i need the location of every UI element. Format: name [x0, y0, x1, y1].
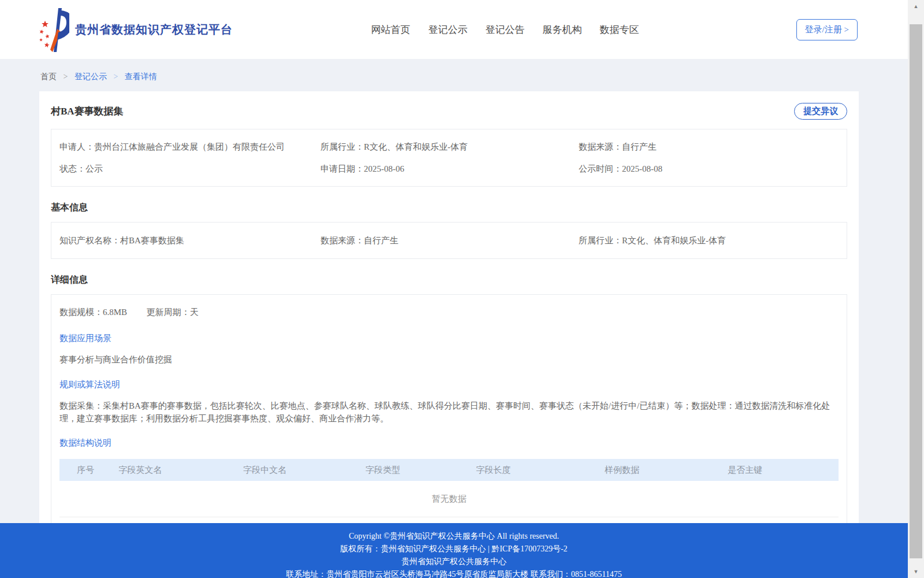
apply-date-field: 申请日期：2025-08-06	[321, 160, 579, 177]
publish-date-label: 公示时间：	[579, 164, 622, 173]
column-header-field-en-name: 字段英文名	[111, 459, 236, 481]
basic-info-row: 知识产权名称：村BA赛事数据集 数据来源：自行产生 所属行业：R文化、体育和娱乐…	[51, 229, 847, 251]
summary-row: 状态：公示 申请日期：2025-08-06 公示时间：2025-08-08	[51, 158, 847, 180]
detail-info-box: 数据规模：6.8MB 更新周期：天 数据应用场景 赛事分析与商业合作价值挖掘 规…	[51, 294, 847, 529]
footer-copyright: Copyright ©贵州省知识产权公共服务中心 All rights rese…	[0, 530, 908, 543]
status-label: 状态：	[59, 164, 85, 173]
basic-industry-label: 所属行业：	[579, 236, 622, 245]
apply-date-label: 申请日期：	[321, 164, 364, 173]
detail-card: 村BA赛事数据集 提交异议 申请人：贵州台江体旅融合产业发展（集团）有限责任公司…	[39, 91, 859, 543]
column-header-field-length: 字段长度	[470, 459, 598, 481]
table-header-row: 序号 字段英文名 字段中文名 字段类型 字段长度 样例数据 是否主键	[59, 459, 839, 481]
nav-item-registry-announcement[interactable]: 登记公告	[486, 23, 525, 36]
subsection-data-structure: 数据结构说明	[59, 438, 839, 449]
column-header-field-type: 字段类型	[359, 459, 470, 481]
basic-industry-field: 所属行业：R文化、体育和娱乐业-体育	[579, 232, 839, 249]
industry-field: 所属行业：R文化、体育和娱乐业-体育	[321, 138, 579, 155]
empty-state-text: 暂无数据	[59, 481, 839, 517]
ip-name-label: 知识产权名称：	[59, 236, 120, 245]
logo-icon	[39, 7, 69, 52]
scrollbar-down-arrow[interactable]: ▼	[908, 566, 924, 577]
rules-algorithm-text: 数据采集：采集村BA赛事的赛事数据，包括比赛轮次、比赛地点、参赛球队名称、球队教…	[59, 400, 839, 425]
data-structure-table: 序号 字段英文名 字段中文名 字段类型 字段长度 样例数据 是否主键 暂无数据	[59, 459, 839, 517]
ip-name-field: 知识产权名称：村BA赛事数据集	[59, 232, 321, 249]
page-title: 村BA赛事数据集	[51, 105, 124, 118]
column-header-field-cn-name: 字段中文名	[236, 459, 359, 481]
breadcrumb-separator: >	[64, 72, 68, 81]
subsection-rules-algorithm: 规则或算法说明	[59, 379, 839, 390]
data-source-field: 数据来源：自行产生	[579, 138, 839, 155]
footer-icp-line: 版权所有：贵州省知识产权公共服务中心 | 黔ICP备17007329号-2	[0, 543, 908, 555]
breadcrumb-view-detail[interactable]: 查看详情	[125, 72, 157, 81]
subsection-application-scene: 数据应用场景	[59, 333, 839, 344]
basic-industry-value: R文化、体育和娱乐业-体育	[622, 236, 726, 245]
footer-org-name: 贵州省知识产权公共服务中心	[0, 555, 908, 568]
column-header-index: 序号	[59, 459, 111, 481]
site-title: 贵州省数据知识产权登记平台	[75, 22, 233, 38]
applicant-field: 申请人：贵州台江体旅融合产业发展（集团）有限责任公司	[59, 138, 321, 155]
nav-item-data-zone[interactable]: 数据专区	[600, 23, 639, 36]
breadcrumb-home[interactable]: 首页	[40, 72, 57, 81]
scrollbar-thumb[interactable]	[910, 24, 922, 558]
publish-date-field: 公示时间：2025-08-08	[579, 160, 839, 177]
ip-name-value: 村BA赛事数据集	[120, 236, 184, 245]
section-title-detail-info: 详细信息	[51, 274, 847, 286]
data-scale-value: 6.8MB	[103, 307, 127, 317]
data-source-label: 数据来源：	[579, 142, 622, 151]
data-scale-label: 数据规模：	[59, 307, 103, 317]
column-header-is-primary-key: 是否主键	[721, 459, 839, 481]
breadcrumb-separator: >	[113, 72, 118, 81]
main-nav: 网站首页 登记公示 登记公告 服务机构 数据专区	[371, 23, 639, 36]
scrollbar-up-arrow[interactable]: ▲	[908, 1, 924, 12]
basic-source-label: 数据来源：	[321, 236, 364, 245]
page: 贵州省数据知识产权登记平台 网站首页 登记公示 登记公告 服务机构 数据专区 登…	[0, 0, 908, 578]
header: 贵州省数据知识产权登记平台 网站首页 登记公示 登记公告 服务机构 数据专区 登…	[0, 0, 908, 59]
summary-box: 申请人：贵州台江体旅融合产业发展（集团）有限责任公司 所属行业：R文化、体育和娱…	[51, 129, 847, 187]
industry-label: 所属行业：	[321, 142, 364, 151]
column-header-sample-data: 样例数据	[598, 459, 721, 481]
applicant-label: 申请人：	[59, 142, 94, 151]
nav-item-registry-publicity[interactable]: 登记公示	[429, 23, 468, 36]
breadcrumb-registry-publicity[interactable]: 登记公示	[74, 72, 107, 81]
card-header: 村BA赛事数据集 提交异议	[51, 103, 847, 120]
nav-item-service-agency[interactable]: 服务机构	[543, 23, 582, 36]
update-cycle-value: 天	[190, 307, 199, 317]
data-source-value: 自行产生	[622, 142, 657, 151]
scale-cycle-line: 数据规模：6.8MB 更新周期：天	[59, 304, 839, 320]
footer-contact-line: 联系地址：贵州省贵阳市云岩区头桥海马冲路45号原省质监局新大楼 联系我们：085…	[0, 568, 908, 578]
submit-objection-button[interactable]: 提交异议	[794, 103, 847, 120]
section-title-basic-info: 基本信息	[51, 202, 847, 214]
applicant-value: 贵州台江体旅融合产业发展（集团）有限责任公司	[94, 142, 285, 151]
publish-date-value: 2025-08-08	[622, 164, 662, 173]
update-cycle-label: 更新周期：	[147, 307, 190, 317]
apply-date-value: 2025-08-06	[364, 164, 404, 173]
summary-row: 申请人：贵州台江体旅融合产业发展（集团）有限责任公司 所属行业：R文化、体育和娱…	[51, 136, 847, 158]
site-logo[interactable]: 贵州省数据知识产权登记平台	[39, 7, 233, 52]
breadcrumb: 首页 > 登记公示 > 查看详情	[0, 59, 908, 91]
status-value: 公示	[85, 164, 103, 173]
login-register-button[interactable]: 登录/注册 >	[796, 19, 858, 40]
status-field: 状态：公示	[59, 160, 321, 177]
footer: Copyright ©贵州省知识产权公共服务中心 All rights rese…	[0, 523, 908, 578]
basic-source-field: 数据来源：自行产生	[321, 232, 579, 249]
basic-source-value: 自行产生	[364, 236, 398, 245]
industry-value: R文化、体育和娱乐业-体育	[364, 142, 468, 151]
application-scene-text: 赛事分析与商业合作价值挖掘	[59, 354, 839, 366]
table-empty-row: 暂无数据	[59, 481, 839, 517]
basic-info-box: 知识产权名称：村BA赛事数据集 数据来源：自行产生 所属行业：R文化、体育和娱乐…	[51, 222, 847, 259]
scrollbar[interactable]: ▲ ▼	[908, 0, 924, 578]
nav-item-home[interactable]: 网站首页	[371, 23, 411, 36]
